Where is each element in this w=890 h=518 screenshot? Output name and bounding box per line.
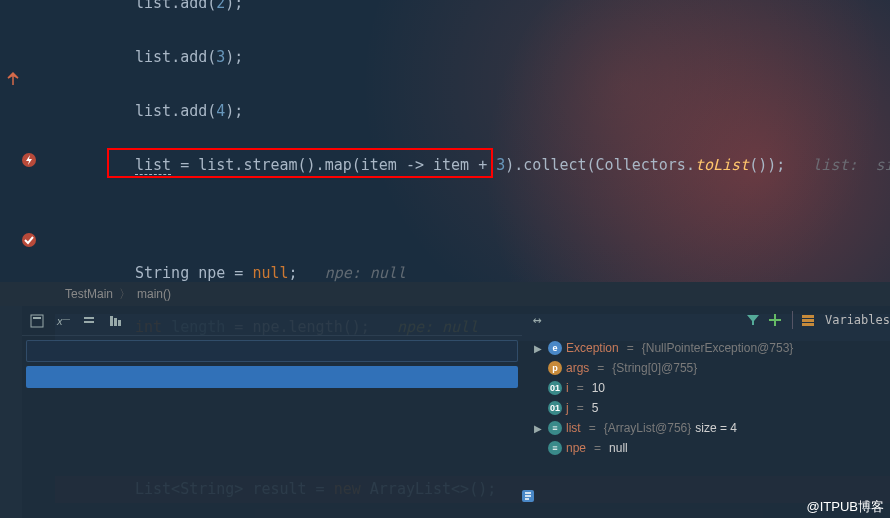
- frame-row-selected[interactable]: [26, 366, 518, 388]
- frames-panel: x—: [22, 306, 522, 518]
- expand-triangle-icon[interactable]: ▶: [534, 343, 544, 354]
- variable-row[interactable]: ▶eException={NullPointerException@753}: [530, 338, 890, 358]
- variable-name: j: [566, 401, 569, 415]
- breadcrumb-class[interactable]: TestMain: [65, 287, 113, 301]
- variables-header: ↔ Variables: [522, 306, 890, 334]
- debugger-panel: x— ↔ Variables ▶eException={NullPointerE…: [0, 306, 890, 518]
- variable-value: {NullPointerException@753}: [642, 341, 794, 355]
- variable-name: args: [566, 361, 589, 375]
- variable-value: 10: [592, 381, 605, 395]
- pin-icon[interactable]: [106, 312, 124, 330]
- variable-row[interactable]: ▶≡npe=null: [530, 438, 890, 458]
- breadcrumb: TestMain 〉 main(): [0, 282, 890, 306]
- frames-header: x—: [22, 306, 522, 336]
- equals-sign: =: [627, 341, 634, 355]
- svg-rect-7: [84, 321, 94, 323]
- svg-rect-2: [31, 315, 43, 327]
- breadcrumb-method[interactable]: main(): [137, 287, 171, 301]
- code-line[interactable]: list.add(4);: [55, 98, 890, 125]
- exception-breakpoint-icon[interactable]: [20, 151, 38, 169]
- variable-row[interactable]: ▶≡list={ArrayList@756} size = 4: [530, 418, 890, 438]
- variable-value: {ArrayList@756}: [604, 421, 692, 435]
- variable-value: null: [609, 441, 628, 455]
- variable-type-icon: ≡: [548, 441, 562, 455]
- code-line[interactable]: list = list.stream().map(item -> item + …: [55, 152, 890, 179]
- variable-name: i: [566, 381, 569, 395]
- variables-tree[interactable]: ▶eException={NullPointerException@753}▶p…: [522, 334, 890, 458]
- svg-rect-6: [84, 317, 94, 319]
- gutter: [0, 0, 55, 282]
- svg-rect-11: [802, 315, 814, 318]
- restore-layout-icon[interactable]: [28, 312, 46, 330]
- filter-icon[interactable]: [744, 311, 762, 329]
- svg-rect-13: [802, 323, 814, 326]
- equals-sign: =: [577, 401, 584, 415]
- expand-triangle-icon[interactable]: ▶: [534, 383, 544, 394]
- equals-sign: =: [597, 361, 604, 375]
- variables-panel: ↔ Variables ▶eException={NullPointerExce…: [522, 306, 890, 518]
- equals-sign: =: [577, 381, 584, 395]
- variable-row[interactable]: ▶pargs={String[0]@755}: [530, 358, 890, 378]
- svg-text:—: —: [63, 315, 70, 322]
- svg-text:x: x: [56, 315, 63, 327]
- expand-triangle-icon[interactable]: ▶: [534, 403, 544, 414]
- variable-value: {String[0]@755}: [612, 361, 697, 375]
- code-area[interactable]: list.add(2);list.add(3);list.add(4);list…: [55, 0, 890, 297]
- frames-dropdown[interactable]: [26, 340, 518, 362]
- watermark: @ITPUB博客: [807, 498, 884, 516]
- expand-triangle-icon[interactable]: ▶: [534, 443, 544, 454]
- expand-triangle-icon[interactable]: ▶: [534, 363, 544, 374]
- variables-divider: [792, 311, 793, 329]
- jump-to-type-icon[interactable]: [4, 70, 22, 88]
- svg-rect-3: [33, 317, 41, 319]
- thread-icon[interactable]: [520, 488, 536, 508]
- variable-name: npe: [566, 441, 586, 455]
- mute-breakpoints-icon[interactable]: x—: [54, 312, 72, 330]
- equals-sign: =: [589, 421, 596, 435]
- variables-panel-icon: [801, 313, 815, 327]
- variable-type-icon: 01: [548, 401, 562, 415]
- variable-value: 5: [592, 401, 599, 415]
- svg-point-1: [22, 233, 36, 247]
- svg-rect-9: [114, 318, 117, 326]
- variables-title: Variables: [825, 313, 890, 327]
- settings-icon[interactable]: [80, 312, 98, 330]
- expand-triangle-icon[interactable]: ▶: [534, 423, 544, 434]
- variable-row[interactable]: ▶01i=10: [530, 378, 890, 398]
- variable-name: Exception: [566, 341, 619, 355]
- breadcrumb-separator: 〉: [119, 286, 131, 303]
- variable-extra: size = 4: [695, 421, 737, 435]
- equals-sign: =: [594, 441, 601, 455]
- variable-row[interactable]: ▶01j=5: [530, 398, 890, 418]
- debugger-toolbar: [0, 306, 22, 518]
- variable-type-icon: p: [548, 361, 562, 375]
- frames-body: [22, 336, 522, 518]
- variable-name: list: [566, 421, 581, 435]
- svg-rect-10: [118, 320, 121, 326]
- code-line[interactable]: list.add(2);: [55, 0, 890, 17]
- variable-type-icon: e: [548, 341, 562, 355]
- expand-icon[interactable]: ↔: [528, 311, 546, 329]
- svg-rect-12: [802, 319, 814, 322]
- variable-type-icon: 01: [548, 381, 562, 395]
- add-watch-icon[interactable]: [766, 311, 784, 329]
- variable-type-icon: ≡: [548, 421, 562, 435]
- svg-rect-8: [110, 316, 113, 326]
- code-line[interactable]: [55, 206, 890, 233]
- breakpoint-disabled-icon[interactable]: [20, 231, 38, 249]
- code-line[interactable]: list.add(3);: [55, 44, 890, 71]
